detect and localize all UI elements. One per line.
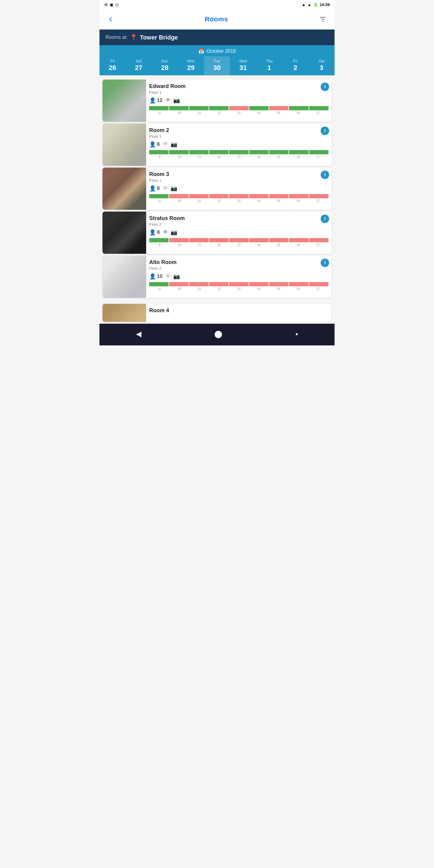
- timeline-label: 15: [269, 243, 288, 247]
- info-button-room2[interactable]: i: [321, 127, 329, 135]
- timeline-segment: [149, 106, 168, 110]
- status-bar: ⚙ ▣ ◷ ▲ ▲ 🔋 14:29: [99, 0, 335, 9]
- timeline-label: 14: [249, 199, 269, 203]
- room-floor-alto: Floor 2: [149, 266, 329, 271]
- timeline-segment: [209, 106, 228, 110]
- person-icon: 👤: [149, 229, 156, 236]
- timeline-segment: [169, 194, 188, 198]
- timeline-label: 9: [150, 243, 170, 247]
- timeline-label: 12: [209, 111, 229, 115]
- timeline-label: 14: [249, 287, 269, 290]
- timeline-label: 15: [269, 155, 288, 158]
- nav-bar: ◀ ⬤ ▪: [99, 324, 335, 345]
- timeline-label: 11: [189, 199, 209, 203]
- timeline-segment: [189, 150, 209, 154]
- room-floor-edward: Floor 1: [149, 90, 329, 95]
- day-1[interactable]: Thu 1: [256, 56, 282, 75]
- calendar-icon: 📅: [198, 48, 204, 54]
- person-icon: 👤: [149, 273, 156, 280]
- timeline-segment: [269, 150, 288, 154]
- camera-icon-edward: 📷: [173, 97, 180, 104]
- room-name-room3: Room 3: [149, 171, 329, 178]
- filter-button[interactable]: [317, 13, 329, 25]
- nav-square-button[interactable]: ▪: [289, 327, 304, 341]
- room-meta-alto: 👤 10 👁 📷: [149, 273, 329, 280]
- room-icons-edward: 👁 📷: [165, 97, 180, 104]
- timeline-label: 16: [288, 287, 308, 290]
- timeline-label: 12: [209, 243, 229, 247]
- timeline-segment: [209, 150, 228, 154]
- room-capacity-room2: 👤 8: [149, 141, 160, 148]
- info-button-room3[interactable]: i: [321, 170, 329, 179]
- info-button-alto[interactable]: i: [321, 258, 329, 267]
- location-name: Tower Bridge: [140, 34, 178, 41]
- room-capacity-room3: 👤 8: [149, 185, 160, 192]
- room-image-edward: [102, 80, 146, 122]
- room-meta-stratus: 👤 8 👁 📷: [149, 229, 329, 236]
- timeline-label: 16: [288, 243, 308, 247]
- location-pin-icon: 📍: [130, 34, 137, 41]
- back-button[interactable]: [105, 14, 116, 24]
- timeline-room3: 91011121314151617: [149, 194, 329, 203]
- sim-icon: ▣: [110, 2, 113, 7]
- timeline-label: 12: [209, 155, 229, 158]
- nav-back-button[interactable]: ◀: [130, 327, 147, 341]
- location-label-text: Rooms at:: [105, 35, 127, 40]
- nav-home-button[interactable]: ⬤: [208, 327, 228, 341]
- timeline-label: 10: [170, 287, 190, 290]
- timeline-segment: [149, 238, 168, 242]
- person-icon: 👤: [149, 97, 156, 104]
- room-meta-edward: 👤 12 👁 📷: [149, 97, 329, 104]
- video-icon-alto: 👁: [165, 273, 171, 280]
- partial-room-name: Room 4: [149, 307, 169, 313]
- room-info-room3: i Room 3 Floor 1 👤 8 👁 📷 910111213141516…: [146, 167, 332, 210]
- timeline-segment: [289, 194, 308, 198]
- video-icon-edward: 👁: [165, 97, 171, 104]
- room-meta-room2: 👤 8 👁 📷: [149, 141, 329, 148]
- timeline-segment: [229, 194, 248, 198]
- camera-icon-stratus: 📷: [170, 229, 177, 236]
- timeline-segment: [269, 106, 288, 110]
- time-display: 14:29: [320, 2, 330, 7]
- info-button-edward[interactable]: i: [321, 83, 329, 91]
- timeline-segment: [229, 238, 248, 242]
- day-30[interactable]: Tue 30: [204, 56, 230, 75]
- day-28[interactable]: Sun 28: [152, 56, 178, 75]
- person-icon: 👤: [149, 141, 156, 148]
- day-3[interactable]: Sat 3: [308, 56, 335, 75]
- timeline-segment: [249, 238, 269, 242]
- timeline-segment: [189, 282, 209, 286]
- timeline-label: 13: [229, 287, 249, 290]
- timeline-label: 14: [249, 243, 269, 247]
- timeline-segment: [189, 106, 209, 110]
- room-card-room2[interactable]: i Room 2 Floor 1 👤 8 👁 📷 910111213141516…: [102, 124, 332, 166]
- room-card-edward[interactable]: i Edward Room Floor 1 👤 12 👁 📷 910111213…: [102, 80, 332, 122]
- room-card-alto[interactable]: i Alto Room Floor 2 👤 10 👁 📷 91011121314…: [102, 255, 332, 298]
- camera-icon-alto: 📷: [173, 273, 180, 280]
- day-29[interactable]: Mon 29: [178, 56, 204, 75]
- room-icons-stratus: 👁 📷: [163, 229, 177, 236]
- location-bar: Rooms at: 📍 Tower Bridge: [99, 30, 335, 45]
- day-26[interactable]: Fri 26: [99, 56, 126, 75]
- room-meta-room3: 👤 8 👁 📷: [149, 185, 329, 192]
- timeline-label: 11: [189, 155, 209, 158]
- timeline-segment: [149, 194, 168, 198]
- month-label: 📅 October 2018: [99, 48, 335, 56]
- timeline-label: 13: [229, 111, 249, 115]
- room-card-room3[interactable]: i Room 3 Floor 1 👤 8 👁 📷 910111213141516…: [102, 167, 332, 210]
- signal-icon: ▲: [307, 2, 311, 7]
- timeline-segment: [149, 282, 168, 286]
- timeline-segment: [169, 150, 188, 154]
- info-button-stratus[interactable]: i: [321, 215, 329, 223]
- timeline-label: 15: [269, 111, 288, 115]
- timeline-segment: [289, 238, 308, 242]
- partial-room-card[interactable]: Room 4: [102, 304, 332, 322]
- day-27[interactable]: Sat 27: [126, 56, 152, 75]
- timeline-segment: [209, 282, 228, 286]
- room-card-stratus[interactable]: i Stratus Room Floor 2 👤 8 👁 📷 910111213…: [102, 212, 332, 254]
- timeline-label: 17: [308, 199, 328, 203]
- room-name-stratus: Stratus Room: [149, 215, 329, 221]
- timeline-segment: [209, 194, 228, 198]
- day-31[interactable]: Wed 31: [230, 56, 256, 75]
- day-2[interactable]: Fri 2: [282, 56, 309, 75]
